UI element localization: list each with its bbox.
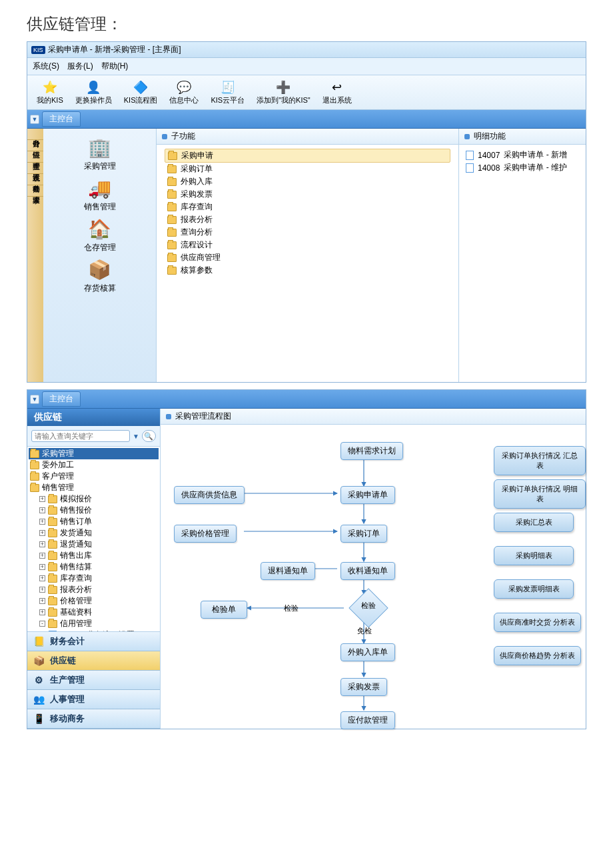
tree-node[interactable]: 采购管理: [29, 448, 159, 459]
nav-inventory[interactable]: 📦存货核算: [84, 257, 116, 294]
sub-item[interactable]: 核算参数: [165, 264, 450, 277]
folder-icon: [48, 575, 57, 583]
nav-purchase[interactable]: 🏢采购管理: [84, 135, 116, 172]
tree-node[interactable]: 客户管理: [29, 471, 159, 482]
tool-flowchart[interactable]: 🔷KIS流程图: [119, 78, 163, 107]
sub-item[interactable]: 采购订单: [165, 163, 450, 175]
report-button[interactable]: 供应商准时交货 分析表: [494, 613, 581, 632]
flow-node-material[interactable]: 物料需求计划: [340, 442, 403, 460]
tool-cloud[interactable]: 🧾KIS云平台: [205, 78, 250, 107]
window-title: 采购申请单 - 新增-采购管理 - [主界面]: [48, 44, 181, 55]
expand-icon[interactable]: +: [39, 575, 45, 581]
console-tab[interactable]: 主控台: [42, 111, 81, 127]
tool-switch-user[interactable]: 👤更换操作员: [70, 78, 117, 107]
tree-node[interactable]: 销售管理: [29, 482, 159, 493]
expand-icon[interactable]: +: [39, 598, 45, 604]
accordion-item[interactable]: 📦供应链: [27, 651, 160, 671]
tree-node[interactable]: +退货通知: [29, 539, 159, 550]
flow-node-instock[interactable]: 外购入库单: [340, 643, 395, 661]
flow-decision-inspect[interactable]: 检验: [348, 594, 388, 618]
report-button[interactable]: 采购发票明细表: [494, 579, 574, 599]
vtab-production[interactable]: 生产管理: [27, 151, 43, 163]
tree-node[interactable]: +库存查询: [29, 573, 159, 584]
vtab-system[interactable]: 系统设置: [27, 163, 43, 174]
tool-info-center[interactable]: 💬信息中心: [164, 78, 204, 107]
flow-node-inspection-sheet[interactable]: 检验单: [201, 601, 247, 619]
expand-icon[interactable]: +: [39, 530, 45, 536]
sidebar-title: 供应链: [27, 409, 160, 426]
accordion-item[interactable]: ⚙生产管理: [27, 671, 160, 690]
vtab-supply[interactable]: 供应链: [27, 140, 43, 151]
search-button[interactable]: 🔍: [142, 430, 156, 442]
expand-icon[interactable]: +: [39, 496, 45, 502]
dropdown-icon[interactable]: ▼: [30, 115, 39, 124]
tool-my-kis[interactable]: ⭐我的KIS: [31, 78, 69, 107]
vtab-finance[interactable]: 财务会计: [27, 129, 43, 140]
expand-icon[interactable]: +: [39, 553, 45, 559]
expand-icon[interactable]: +: [39, 519, 45, 525]
flow-node-return-notice[interactable]: 退料通知单: [261, 562, 315, 580]
sub-item[interactable]: 外购入库: [165, 175, 450, 188]
flow-node-purchase-request[interactable]: 采购申请单: [340, 486, 395, 504]
menu-system[interactable]: 系统(S): [33, 61, 59, 72]
flow-node-supplier-info[interactable]: 供应商供货信息: [174, 486, 245, 504]
accordion-item[interactable]: 📱移动商务: [27, 709, 160, 729]
expand-icon[interactable]: +: [39, 564, 45, 570]
star-icon: ⭐: [42, 79, 58, 95]
console-tab-2[interactable]: 主控台: [42, 391, 81, 407]
menu-help[interactable]: 帮助(H): [101, 61, 129, 72]
flow-node-purchase-order[interactable]: 采购订单: [340, 525, 387, 543]
nav-warehouse[interactable]: 🏠仓存管理: [84, 217, 116, 253]
plus-icon: ➕: [275, 79, 291, 95]
app-badge: KIS: [31, 46, 45, 54]
expand-icon[interactable]: +: [39, 541, 45, 547]
report-button[interactable]: 采购订单执行情况 汇总表: [494, 446, 586, 475]
tool-exit[interactable]: ↩退出系统: [317, 78, 357, 107]
flow-label-skip: 免检: [357, 626, 372, 636]
expand-icon[interactable]: +: [39, 609, 45, 615]
tree-node[interactable]: +基础资料: [29, 607, 159, 618]
detail-item[interactable]: 14008采购申请单 - 维护: [464, 161, 580, 174]
flow-node-invoice[interactable]: 采购发票: [340, 678, 387, 696]
search-input[interactable]: [31, 430, 130, 442]
tree-node[interactable]: +销售出库: [29, 550, 159, 561]
expand-icon[interactable]: +: [39, 507, 45, 513]
accordion-item[interactable]: 👥人事管理: [27, 690, 160, 709]
flow-node-receive-notice[interactable]: 收料通知单: [340, 562, 395, 580]
detail-item[interactable]: 14007采购申请单 - 新增: [464, 149, 580, 161]
sub-item[interactable]: 采购申请: [165, 149, 450, 163]
tool-add-mykis[interactable]: ➕添加到"我的KIS": [251, 78, 316, 107]
flow-node-payable[interactable]: 应付款管理: [340, 711, 395, 729]
report-button[interactable]: 采购订单执行情况 明细表: [494, 479, 586, 509]
sub-item[interactable]: 查询分析: [165, 226, 450, 239]
flow-node-price-mgmt[interactable]: 采购价格管理: [174, 525, 237, 543]
sub-item[interactable]: 报表分析: [165, 213, 450, 226]
tree-node[interactable]: -信用管理: [29, 618, 159, 629]
tree-node[interactable]: +销售订单: [29, 516, 159, 527]
subpanel-title: 子功能: [171, 131, 195, 142]
tree-node[interactable]: 委外加工: [29, 459, 159, 471]
page-title: 供应链管理：: [0, 0, 613, 41]
vtab-mobile[interactable]: 移动商务: [27, 174, 43, 185]
report-button[interactable]: 采购汇总表: [494, 513, 574, 532]
expand-icon[interactable]: +: [39, 587, 45, 593]
tree-node[interactable]: +发货通知: [29, 527, 159, 539]
nav-sales[interactable]: 🚚销售管理: [84, 176, 116, 213]
tree-node[interactable]: +价格管理: [29, 595, 159, 607]
vtab-hr[interactable]: 人事管理: [27, 185, 43, 197]
report-button[interactable]: 采购明细表: [494, 546, 574, 565]
report-button[interactable]: 供应商价格趋势 分析表: [494, 646, 581, 665]
sub-item[interactable]: 流程设计: [165, 239, 450, 251]
sub-item[interactable]: 库存查询: [165, 201, 450, 213]
tree-node[interactable]: +模拟报价: [29, 493, 159, 505]
tree-node[interactable]: +销售报价: [29, 505, 159, 516]
sub-item[interactable]: 供应商管理: [165, 251, 450, 264]
tree-node[interactable]: +报表分析: [29, 584, 159, 595]
dropdown-icon[interactable]: ▼: [30, 395, 39, 404]
chevron-down-icon[interactable]: ▼: [133, 433, 139, 440]
expand-icon[interactable]: -: [39, 621, 45, 627]
sub-item[interactable]: 采购发票: [165, 188, 450, 201]
menu-service[interactable]: 服务(L): [67, 61, 93, 72]
accordion-item[interactable]: 📒财务会计: [27, 632, 160, 651]
tree-node[interactable]: +销售结算: [29, 561, 159, 573]
